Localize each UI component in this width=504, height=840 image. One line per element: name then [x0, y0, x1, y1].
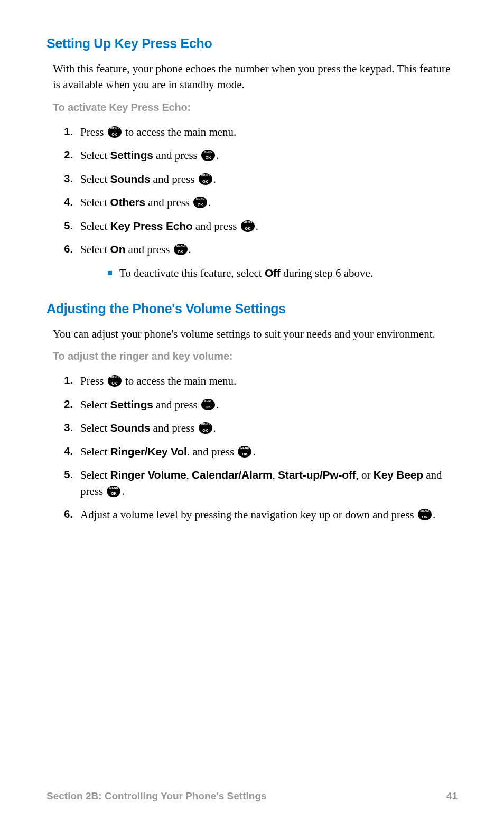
step-6: Adjust a volume level by pressing the na…	[53, 507, 458, 522]
step-text: and press	[193, 220, 240, 232]
subheading-adjust-ringer: To adjust the ringer and key volume:	[53, 350, 458, 362]
step-text: .	[213, 173, 216, 185]
step-text: ,	[273, 469, 278, 481]
step-text: and press	[150, 173, 197, 185]
step-1: Press to access the main menu.	[53, 373, 458, 389]
step-text: Select	[80, 469, 110, 481]
step-text: .	[189, 243, 191, 256]
bold-text: Sounds	[110, 173, 151, 185]
step-text: Select	[80, 422, 110, 434]
step-1: Press to access the main menu.	[53, 124, 458, 140]
menu-ok-icon	[174, 244, 188, 255]
step-text: and press	[125, 243, 172, 256]
steps-list-2: Press to access the main menu. Select Se…	[53, 373, 458, 522]
sub-bullet-list: To deactivate this feature, select Off d…	[108, 265, 458, 281]
step-5: Select Key Press Echo and press .	[53, 218, 458, 234]
step-text: and press	[153, 398, 200, 411]
page-footer: Section 2B: Controlling Your Phone's Set…	[46, 790, 458, 802]
bold-text: Sounds	[110, 422, 151, 434]
menu-ok-icon	[418, 509, 432, 520]
step-text: .	[208, 196, 211, 209]
bold-text: Key Beep	[374, 469, 423, 481]
intro-paragraph: With this feature, your phone echoes the…	[53, 61, 458, 93]
bullet-text: To deactivate this feature, select	[119, 267, 265, 279]
menu-ok-icon	[201, 399, 215, 410]
step-text: Select	[80, 149, 110, 162]
step-text: and press	[190, 445, 237, 458]
menu-ok-icon	[238, 446, 251, 458]
step-text: .	[216, 149, 219, 162]
step-2: Select Settings and press .	[53, 147, 458, 163]
step-text: and press	[145, 196, 192, 209]
step-3: Select Sounds and press .	[53, 171, 458, 187]
bold-text: Settings	[110, 149, 153, 161]
bullet-text: during step 6 above.	[281, 267, 374, 279]
step-text: and press	[153, 149, 200, 162]
step-4: Select Others and press .	[53, 194, 458, 210]
step-text: to access the main menu.	[123, 375, 237, 387]
step-text: Press	[80, 375, 107, 387]
step-6: Select On and press . To deactivate this…	[53, 241, 458, 281]
step-3: Select Sounds and press .	[53, 420, 458, 436]
step-text: .	[256, 220, 258, 232]
menu-ok-icon	[107, 486, 120, 497]
heading-volume-settings: Adjusting the Phone's Volume Settings	[46, 301, 458, 316]
bold-text: Settings	[110, 398, 153, 410]
bold-text: Ringer Volume	[110, 469, 186, 481]
step-text: .	[213, 422, 216, 434]
menu-ok-icon	[199, 173, 212, 185]
bold-text: Start-up/Pw-off	[278, 469, 356, 481]
sub-bullet: To deactivate this feature, select Off d…	[108, 265, 458, 281]
step-text: Adjust a volume level by pressing the na…	[80, 508, 417, 521]
subheading-activate: To activate Key Press Echo:	[53, 101, 458, 114]
menu-ok-icon	[108, 375, 122, 387]
menu-ok-icon	[108, 126, 122, 138]
step-text: , or	[356, 469, 374, 481]
step-text: ,	[186, 469, 192, 481]
step-5: Select Ringer Volume, Calendar/Alarm, St…	[53, 467, 458, 499]
menu-ok-icon	[201, 150, 215, 161]
step-text: .	[433, 508, 435, 521]
bold-text: Others	[110, 196, 146, 208]
step-text: Select	[80, 196, 110, 209]
step-text: Select	[80, 243, 110, 256]
heading-key-press-echo: Setting Up Key Press Echo	[46, 36, 458, 51]
step-text: .	[122, 485, 124, 498]
step-text: to access the main menu.	[123, 126, 237, 138]
bold-text: Key Press Echo	[110, 220, 193, 232]
step-text: .	[216, 398, 219, 411]
menu-ok-icon	[241, 220, 255, 232]
menu-ok-icon	[199, 422, 212, 434]
step-text: and press	[150, 422, 197, 434]
bold-text: Calendar/Alarm	[192, 469, 272, 481]
bold-text: Ringer/Key Vol.	[110, 445, 190, 458]
footer-section-label: Section 2B: Controlling Your Phone's Set…	[46, 790, 267, 802]
step-text: Select	[80, 445, 110, 458]
footer-page-number: 41	[446, 790, 458, 802]
step-4: Select Ringer/Key Vol. and press .	[53, 444, 458, 460]
steps-list-1: Press to access the main menu. Select Se…	[53, 124, 458, 281]
step-text: Press	[80, 126, 107, 138]
step-text: .	[253, 445, 255, 458]
intro-paragraph: You can adjust your phone's volume setti…	[53, 326, 458, 342]
menu-ok-icon	[193, 197, 207, 208]
bold-text: On	[110, 243, 126, 255]
step-text: Select	[80, 398, 110, 411]
bold-text: Off	[265, 267, 281, 279]
step-text: Select	[80, 220, 110, 232]
step-2: Select Settings and press .	[53, 397, 458, 413]
step-text: Select	[80, 173, 110, 185]
